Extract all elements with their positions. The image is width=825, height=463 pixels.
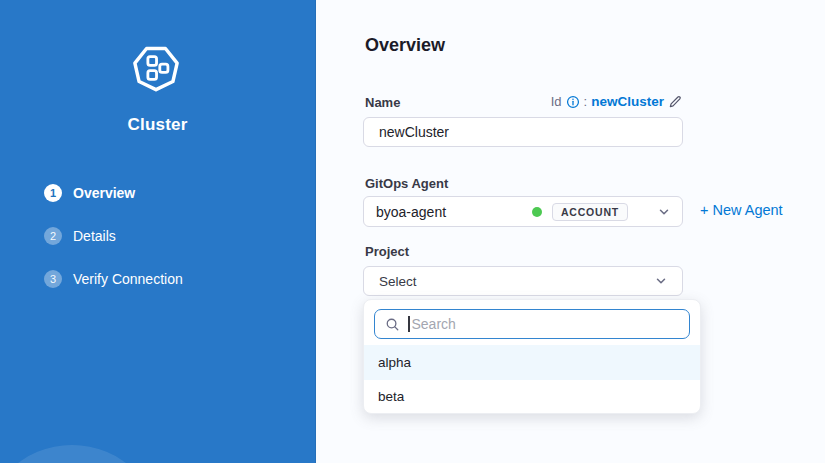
option-alpha[interactable]: alpha (364, 345, 700, 380)
id-prefix: Id (551, 94, 562, 109)
step-number-badge: 1 (44, 184, 62, 202)
cluster-wizard-dialog: Cluster 1 Overview 2 Details 3 Verify Co… (0, 0, 825, 463)
id-row: Id : newCluster (551, 94, 683, 109)
step-label: Details (73, 228, 116, 244)
search-input[interactable] (410, 316, 680, 332)
cluster-icon (128, 42, 184, 94)
project-dropdown-panel: alpha beta (363, 299, 701, 414)
dropdown-search[interactable] (374, 309, 690, 339)
id-value-link[interactable]: newCluster (591, 94, 664, 109)
new-agent-link[interactable]: + New Agent (700, 202, 783, 218)
step-label: Overview (73, 185, 135, 201)
wizard-steps: 1 Overview 2 Details 3 Verify Connection (44, 184, 183, 313)
step-label: Verify Connection (73, 271, 183, 287)
step-verify-connection[interactable]: 3 Verify Connection (44, 270, 183, 288)
gitops-agent-label: GitOps Agent (365, 176, 448, 191)
option-label: alpha (378, 355, 411, 370)
info-icon[interactable] (566, 95, 580, 109)
name-input[interactable] (363, 117, 683, 147)
step-number-badge: 3 (44, 270, 62, 288)
wizard-title: Cluster (0, 115, 315, 135)
agent-value: byoa-agent (376, 204, 532, 220)
project-select[interactable]: Select (363, 266, 683, 296)
step-details[interactable]: 2 Details (44, 227, 183, 245)
decorative-circle (0, 445, 162, 463)
chevron-down-icon (655, 275, 667, 287)
id-separator: : (584, 94, 588, 109)
chevron-down-icon (658, 206, 670, 218)
agent-health-dot-icon (532, 207, 542, 217)
search-icon (385, 317, 400, 332)
agent-scope-badge: ACCOUNT (552, 203, 628, 221)
wizard-sidebar: Cluster 1 Overview 2 Details 3 Verify Co… (0, 0, 316, 463)
step-number-badge: 2 (44, 227, 62, 245)
option-label: beta (378, 389, 404, 404)
name-label: Name (365, 95, 400, 110)
project-label: Project (365, 244, 409, 259)
gitops-agent-select[interactable]: byoa-agent ACCOUNT (363, 196, 683, 227)
option-beta[interactable]: beta (364, 380, 700, 413)
step-overview[interactable]: 1 Overview (44, 184, 183, 202)
edit-pencil-icon[interactable] (668, 94, 683, 109)
page-title: Overview (365, 35, 445, 56)
project-selected-value: Select (379, 274, 655, 289)
